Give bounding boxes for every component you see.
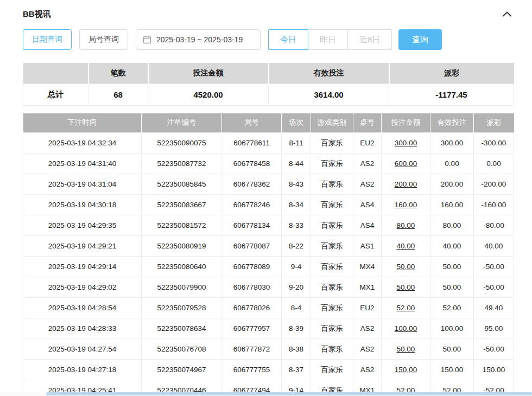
payout-value: 40.00 (474, 236, 514, 257)
bet-amount-link[interactable]: 160.00 (382, 195, 430, 215)
game-type: 百家乐 (311, 236, 353, 257)
game-type: 百家乐 (311, 215, 353, 236)
payout-value: -50.00 (474, 339, 514, 360)
bet-time: 2025-03-19 04:28:33 (23, 318, 142, 339)
bet-table-header-cell: 场次 (282, 113, 311, 133)
summary-valid-bet: 3614.00 (269, 84, 389, 105)
summary-table: 笔数投注金额有效投注派彩 总计 68 4520.00 3614.00 -1177… (23, 63, 514, 106)
valid-bet: 50.00 (430, 277, 474, 298)
table-number: MX1 (353, 277, 382, 298)
round-id: 606778246 (222, 195, 282, 215)
summary-header-cell: 笔数 (88, 63, 148, 84)
today-button[interactable]: 今日 (268, 29, 308, 50)
horizontal-scrollbar[interactable] (0, 392, 532, 396)
session-number: 8-34 (282, 195, 311, 215)
session-number: 8-43 (282, 174, 311, 195)
bet-time: 2025-03-19 04:30:18 (23, 195, 142, 215)
valid-bet: 100.00 (430, 318, 474, 339)
bet-time: 2025-03-19 04:29:35 (23, 215, 142, 236)
valid-bet: 200.00 (430, 174, 474, 195)
bet-table-header-cell: 投注金额 (382, 113, 430, 133)
yesterday-button[interactable]: 昨日 (308, 29, 348, 50)
bet-table-header-cell: 注单编号 (142, 113, 222, 133)
bet-amount-link[interactable]: 50.00 (382, 339, 430, 360)
payout-value: -50.00 (474, 257, 514, 277)
search-button[interactable]: 查询 (398, 29, 442, 50)
round-id: 606777872 (222, 339, 282, 360)
summary-header-cell (23, 63, 88, 84)
table-number: AS4 (353, 215, 382, 236)
bet-amount-link[interactable]: 100.00 (382, 318, 430, 339)
bet-amount-link[interactable]: 600.00 (382, 154, 430, 174)
filter-toolbar: 日期查询 局号查询 2025-03-19 ~ 2025-03-19 今日 昨日 … (23, 29, 512, 50)
bet-table-body: 2025-03-19 04:32:34 522350090075 6067786… (23, 133, 514, 396)
summary-header-cell: 投注金额 (148, 63, 269, 84)
valid-bet: 40.00 (430, 236, 474, 257)
order-id: 522350085845 (142, 174, 222, 195)
scrollbar-thumb[interactable] (46, 392, 532, 395)
game-type: 百家乐 (311, 133, 353, 154)
bet-row: 2025-03-19 04:29:14 522350080640 6067780… (23, 257, 514, 277)
round-id: 606778458 (222, 154, 282, 174)
valid-bet: 300.00 (430, 133, 474, 154)
bet-row: 2025-03-19 04:29:21 522350080919 6067780… (23, 236, 514, 257)
session-number: 8-39 (282, 318, 311, 339)
bet-table-header-cell: 局号 (222, 113, 282, 133)
chevron-up-icon (503, 11, 511, 17)
round-id: 606778611 (222, 133, 282, 154)
session-number: 8-22 (282, 236, 311, 257)
valid-bet: 50.00 (430, 257, 474, 277)
session-number: 8-4 (282, 298, 311, 318)
date-range-input[interactable]: 2025-03-19 ~ 2025-03-19 (136, 29, 261, 50)
date-query-tab[interactable]: 日期查询 (23, 29, 72, 50)
bet-amount-link[interactable]: 40.00 (382, 236, 430, 257)
table-number: AS4 (353, 195, 382, 215)
table-number: AS2 (353, 360, 382, 380)
last-8-days-button[interactable]: 近8日 (347, 29, 392, 50)
bet-amount-link[interactable]: 50.00 (382, 257, 430, 277)
bet-amount-link[interactable]: 50.00 (382, 277, 430, 298)
valid-bet: 150.00 (430, 360, 474, 380)
order-id: 522350079528 (142, 298, 222, 318)
table-number: AS2 (353, 154, 382, 174)
table-number: AS2 (353, 339, 382, 360)
bet-row: 2025-03-19 04:28:33 522350078634 6067779… (23, 318, 514, 339)
bet-amount-link[interactable]: 300.00 (382, 133, 430, 154)
page-title: BB视讯 (23, 9, 51, 20)
bet-time: 2025-03-19 04:31:04 (23, 174, 142, 195)
bet-row: 2025-03-19 04:27:54 522350076708 6067778… (23, 339, 514, 360)
bet-table-header-cell: 派彩 (474, 113, 514, 133)
bb-video-panel: BB视讯 日期查询 局号查询 2025-03-19 ~ 2025-03-19 今… (0, 0, 532, 396)
summary-payout: -1177.45 (389, 84, 514, 105)
table-number: EU2 (353, 298, 382, 318)
bet-records-table: 下注时间注单编号局号场次游戏类别桌号投注金额有效投注派彩 2025-03-19 … (23, 113, 514, 396)
payout-value: 150.00 (474, 360, 514, 380)
payout-value: 95.00 (474, 318, 514, 339)
order-id: 522350076708 (142, 339, 222, 360)
bet-amount-link[interactable]: 200.00 (382, 174, 430, 195)
valid-bet: 80.00 (430, 215, 474, 236)
summary-total-row: 总计 68 4520.00 3614.00 -1177.45 (23, 84, 514, 105)
round-query-tab[interactable]: 局号查询 (79, 29, 128, 50)
bet-amount-link[interactable]: 80.00 (382, 215, 430, 236)
bet-time: 2025-03-19 04:28:54 (23, 298, 142, 318)
bet-time: 2025-03-19 04:29:21 (23, 236, 142, 257)
order-id: 522350074967 (142, 360, 222, 380)
bet-table-header-cell: 游戏类别 (311, 113, 353, 133)
bet-row: 2025-03-19 04:32:34 522350090075 6067786… (23, 133, 514, 154)
round-id: 606777755 (222, 360, 282, 380)
bet-amount-link[interactable]: 150.00 (382, 360, 430, 380)
calendar-icon (143, 35, 151, 44)
order-id: 522350080640 (142, 257, 222, 277)
bet-table-header-cell: 桌号 (353, 113, 382, 133)
bet-time: 2025-03-19 04:32:34 (23, 133, 142, 154)
summary-header-cell: 派彩 (389, 63, 514, 84)
order-id: 522350083667 (142, 195, 222, 215)
quick-range-group: 今日 昨日 近8日 (268, 29, 392, 50)
table-number: EU2 (353, 133, 382, 154)
valid-bet: 160.00 (430, 195, 474, 215)
bet-amount-link[interactable]: 52.00 (382, 298, 430, 318)
collapse-button[interactable] (502, 10, 512, 18)
session-number: 8-33 (282, 215, 311, 236)
session-number: 8-44 (282, 154, 311, 174)
